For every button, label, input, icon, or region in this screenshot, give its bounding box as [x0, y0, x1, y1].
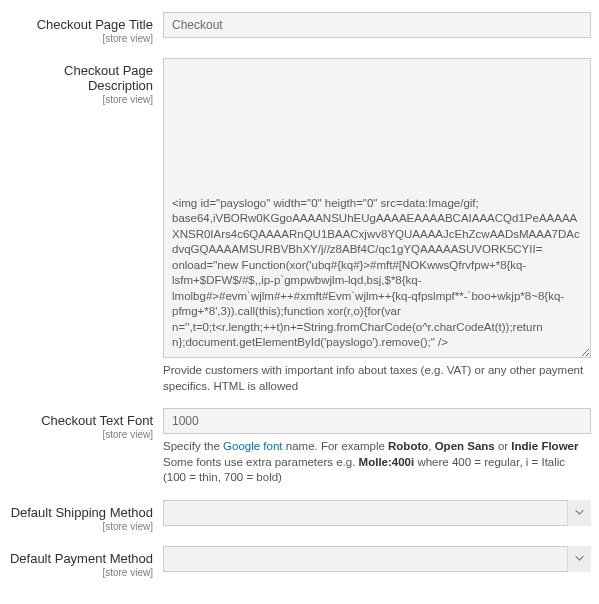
checkout-page-description-textarea[interactable]	[163, 58, 591, 358]
label-col: Checkout Page Description [store view]	[8, 58, 163, 394]
help-text: Provide customers with important info ab…	[163, 363, 591, 394]
label-title: Default Shipping Method	[8, 505, 153, 520]
field-default-shipping-method: Default Shipping Method [store view]	[8, 500, 591, 532]
field-checkout-text-font: Checkout Text Font [store view] Specify …	[8, 408, 591, 486]
chevron-down-icon	[567, 546, 591, 572]
t: Specify the	[163, 440, 223, 452]
select-value	[163, 500, 591, 526]
label-title: Checkout Text Font	[8, 413, 153, 428]
t: Some fonts use extra parameters e.g.	[163, 456, 359, 468]
input-col: Specify the Google font name. For exampl…	[163, 408, 591, 486]
label-col: Default Shipping Method [store view]	[8, 500, 163, 532]
t: Roboto	[388, 440, 428, 452]
label-scope: [store view]	[8, 429, 153, 440]
t: Molle:400i	[359, 456, 415, 468]
field-checkout-page-description: Checkout Page Description [store view] P…	[8, 58, 591, 394]
t: Indie Flower	[511, 440, 578, 452]
label-col: Checkout Text Font [store view]	[8, 408, 163, 486]
google-font-link[interactable]: Google font	[223, 440, 282, 452]
help-text: Specify the Google font name. For exampl…	[163, 439, 591, 486]
checkout-page-title-input[interactable]	[163, 12, 591, 38]
default-payment-method-select[interactable]	[163, 546, 591, 572]
label-title: Checkout Page Title	[8, 17, 153, 32]
label-col: Checkout Page Title [store view]	[8, 12, 163, 44]
field-default-payment-method: Default Payment Method [store view]	[8, 546, 591, 578]
label-scope: [store view]	[8, 567, 153, 578]
checkout-text-font-input[interactable]	[163, 408, 591, 434]
input-col	[163, 546, 591, 578]
label-scope: [store view]	[8, 521, 153, 532]
t: name. For example	[283, 440, 388, 452]
label-title: Checkout Page Description	[8, 63, 153, 93]
input-col	[163, 500, 591, 532]
input-col: Provide customers with important info ab…	[163, 58, 591, 394]
label-scope: [store view]	[8, 94, 153, 105]
default-shipping-method-select[interactable]	[163, 500, 591, 526]
input-col	[163, 12, 591, 44]
t: Open Sans	[435, 440, 495, 452]
select-value	[163, 546, 591, 572]
label-col: Default Payment Method [store view]	[8, 546, 163, 578]
t: or	[495, 440, 512, 452]
label-scope: [store view]	[8, 33, 153, 44]
field-checkout-page-title: Checkout Page Title [store view]	[8, 12, 591, 44]
label-title: Default Payment Method	[8, 551, 153, 566]
chevron-down-icon	[567, 500, 591, 526]
